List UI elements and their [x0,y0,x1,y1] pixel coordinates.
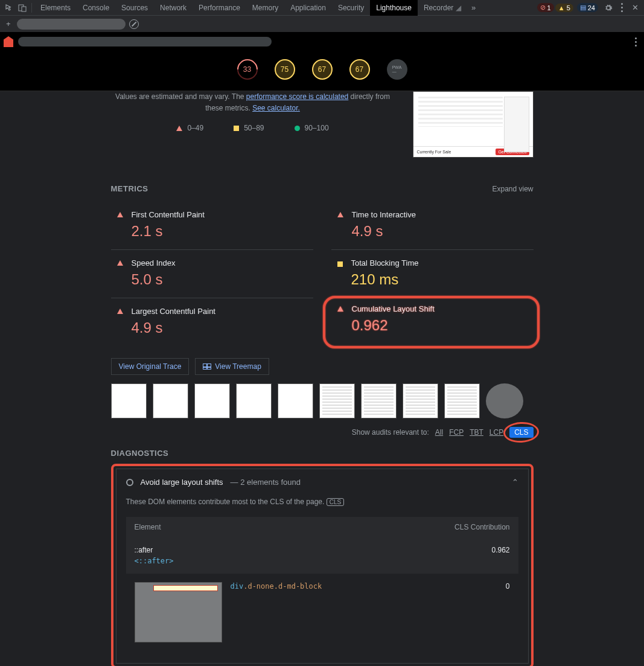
filter-tbt[interactable]: TBT [470,428,483,437]
triangle-icon [337,306,343,312]
film-frame-final[interactable] [486,383,523,418]
cls-row[interactable]: div.d-none.d-md-block 0 [126,574,518,651]
filter-cls-active[interactable]: CLS [509,427,533,438]
estimate-text: Values are estimated and may vary. The p… [111,91,395,135]
audit-filter: Show audits relevant to: All FCP TBT LCP… [111,427,534,438]
film-frame[interactable] [236,383,272,418]
new-report-icon[interactable]: + [4,19,13,28]
filter-fcp[interactable]: FCP [449,428,464,437]
chevron-up-icon: ⌃ [512,478,518,487]
film-frame[interactable] [153,383,188,418]
gauge-pwa[interactable]: PWA— [387,59,407,80]
tab-console[interactable]: Console [77,0,115,16]
calculator-link[interactable]: See calculator. [252,104,300,112]
legend-low: 0–49 [176,123,203,134]
filter-lcp[interactable]: LCP [489,428,503,437]
metric-si: Speed Index 5.0 s [111,250,313,298]
filter-all[interactable]: All [435,428,443,437]
element-thumbnail [135,582,222,642]
cls-row[interactable]: ::after <::after> 0.962 [126,537,518,574]
more-tabs-icon[interactable]: » [467,1,480,14]
film-frame[interactable] [278,383,313,418]
report-menu-icon[interactable] [631,37,640,46]
tab-sources[interactable]: Sources [115,0,154,16]
message-badge[interactable]: ▤24 [577,3,598,12]
close-icon[interactable]: ✕ [628,1,642,14]
lighthouse-toolbar: + [0,16,644,33]
metrics-heading: METRICS [111,184,148,193]
lighthouse-logo-icon [4,36,13,47]
score-gauges: 33 75 67 67 PWA— [0,51,644,91]
view-treemap-button[interactable]: View Treemap [195,358,269,375]
gauge-performance[interactable]: 33 [237,59,258,80]
diagnostics-highlighted: Avoid large layout shifts — 2 elements f… [111,464,534,666]
perf-score-link[interactable]: performance score is calculated [246,92,348,101]
metric-tbt: Total Blocking Time 210 ms [331,250,534,298]
gauge-accessibility[interactable]: 75 [275,59,295,80]
triangle-icon [337,212,343,217]
url-redacted [18,37,272,46]
report-url-bar [0,33,644,51]
inspect-icon[interactable] [2,1,16,14]
svg-rect-1 [22,7,26,11]
tab-lighthouse[interactable]: Lighthouse [370,0,418,16]
triangle-icon [117,212,123,217]
clear-icon[interactable] [129,19,139,29]
film-frame[interactable] [403,383,438,418]
diag-description: These DOM elements contribute most to th… [126,498,518,506]
diagnostics-heading: DIAGNOSTICS [111,449,534,458]
cls-table-header: Element CLS Contribution [126,517,518,537]
tab-elements[interactable]: Elements [34,0,77,16]
divider [31,3,32,13]
expand-view-link[interactable]: Expand view [492,185,533,193]
view-trace-button[interactable]: View Original Trace [111,358,190,375]
legend-mid: 50–89 [234,123,264,134]
tab-memory[interactable]: Memory [246,0,284,16]
film-frame[interactable] [361,383,397,418]
settings-icon[interactable] [602,1,615,14]
report-tab-redacted[interactable] [17,19,126,30]
metric-fcp: First Contentful Paint 2.1 s [111,202,313,250]
issue-badges[interactable]: ⊘1 ▲5 [537,3,573,12]
square-icon [337,261,343,267]
triangle-icon [117,260,123,266]
triangle-icon [117,309,123,314]
metric-lcp: Largest Contentful Paint 4.9 s [111,298,313,346]
tab-recorder[interactable]: Recorder ◢ [418,0,467,16]
film-frame[interactable] [444,383,480,418]
gauge-seo[interactable]: 67 [349,59,370,80]
tab-security[interactable]: Security [332,0,370,16]
film-frame[interactable] [194,383,230,418]
tab-application[interactable]: Application [284,0,332,16]
tab-performance[interactable]: Performance [193,0,246,16]
filmstrip [111,383,534,418]
tab-network[interactable]: Network [154,0,193,16]
device-toggle-icon[interactable] [16,1,29,14]
kebab-icon[interactable] [615,1,628,14]
legend-high: 90–100 [295,123,329,134]
devtools-tab-bar: Elements Console Sources Network Perform… [0,0,644,16]
gauge-best-practices[interactable]: 67 [312,59,333,80]
metric-tti: Time to Interactive 4.9 s [331,202,534,250]
film-frame[interactable] [111,383,147,418]
film-frame[interactable] [319,383,355,418]
circle-icon [126,479,133,486]
treemap-icon [203,363,211,370]
metric-cls: Cumulative Layout Shift 0.962 [323,296,540,348]
diag-toggle[interactable]: Avoid large layout shifts — 2 elements f… [116,469,528,495]
screenshot-preview: Currently For SaleGet Connected [413,91,534,158]
